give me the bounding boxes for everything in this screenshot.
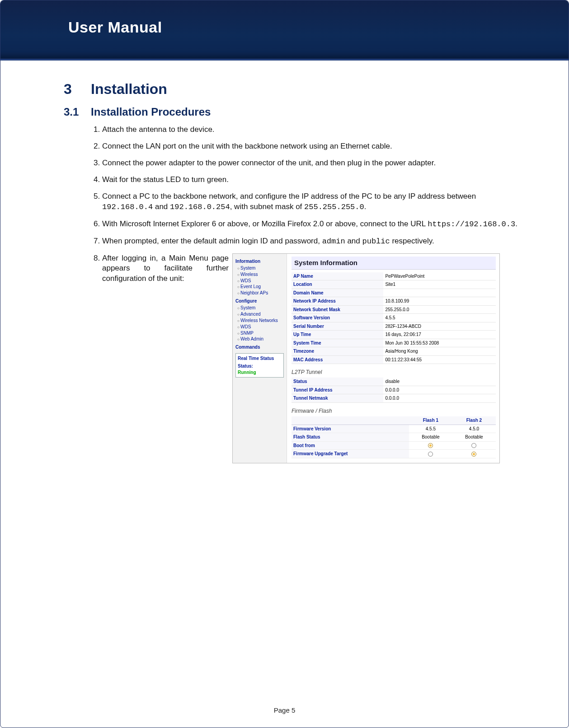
sys-val: 4.5.5	[383, 314, 496, 322]
sys-key: Network IP Address	[292, 297, 383, 306]
step-5-text-d: .	[364, 202, 367, 211]
step-7-user: admin	[322, 237, 345, 246]
l2tp-key: Status	[292, 378, 383, 386]
step-5-mask: 255.255.255.0	[304, 203, 364, 211]
panel-subhead-firmware: Firmware / Flash	[292, 407, 496, 415]
sidebar-item-system[interactable]: System	[237, 265, 284, 271]
table-row: Up Time16 days, 22:06:17	[292, 331, 496, 339]
sidebar-item-neighbor-aps[interactable]: Neighbor APs	[237, 290, 284, 296]
step-3: Connect the power adapter to the power c…	[102, 158, 519, 168]
step-7-pass: public	[362, 237, 390, 246]
step-7-text-b: and	[345, 237, 362, 245]
boot-from-flash1[interactable]	[409, 441, 452, 450]
sidebar-item-wds[interactable]: WDS	[237, 278, 284, 284]
step-8: After logging in, a Main Menu page appea…	[102, 253, 519, 463]
step-5-ip1: 192.168.0.4	[102, 203, 153, 211]
sys-key: Timezone	[292, 347, 383, 356]
step-4: Wait for the status LED to turn green.	[102, 175, 519, 185]
sys-val: 282F-1234-ABCD	[383, 322, 496, 331]
shot-main: System Information AP NamePePWavePolePoi…	[287, 254, 499, 463]
panel-title-system-information: System Information	[292, 257, 496, 270]
firmware-table: Flash 1 Flash 2 Firmware Version 4.5.5 4…	[292, 416, 496, 458]
boot-from-flash2[interactable]	[452, 441, 496, 450]
table-row: Boot from	[292, 441, 496, 450]
radio-icon	[428, 443, 433, 448]
document-page: User Manual 3Installation 3.1Installatio…	[0, 0, 569, 728]
subsection-title: Installation Procedures	[91, 106, 211, 118]
radio-icon	[428, 452, 433, 457]
upgrade-target-flash1[interactable]	[409, 450, 452, 458]
sys-val: Asia/Hong Kong	[383, 347, 496, 356]
sys-key: AP Name	[292, 272, 383, 280]
page-footer: Page 5	[0, 706, 569, 714]
table-row: Flash Status Bootable Bootable	[292, 433, 496, 442]
content-area: 3Installation 3.1Installation Procedures…	[0, 61, 569, 463]
fw-val-a: Bootable	[409, 433, 452, 442]
l2tp-val: 0.0.0.0	[383, 394, 496, 403]
l2tp-val: disable	[383, 378, 496, 386]
fw-header-flash2: Flash 2	[452, 416, 496, 425]
table-row: Tunnel Netmask0.0.0.0	[292, 394, 496, 403]
upgrade-target-flash2[interactable]	[452, 450, 496, 458]
doc-title: User Manual	[68, 19, 550, 36]
step-7-text-c: respectively.	[390, 237, 434, 245]
embedded-screenshot: Information System Wireless WDS Event Lo…	[232, 253, 500, 463]
table-row: Software Version4.5.5	[292, 314, 496, 322]
step-6-text-b: .	[515, 219, 517, 228]
sidebar-item-conf-wireless-networks[interactable]: Wireless Networks	[237, 317, 284, 324]
step-6: With Microsoft Internet Explorer 6 or ab…	[102, 219, 519, 230]
sidebar-item-wireless[interactable]: Wireless	[237, 271, 284, 278]
page-number: Page 5	[274, 706, 296, 714]
sys-val: PePWavePolePoint	[383, 272, 496, 280]
fw-val-b: 4.5.0	[452, 425, 496, 433]
table-row: MAC Address00:11:22:33:44:55	[292, 355, 496, 364]
realtime-title: Real Time Status	[238, 355, 282, 362]
table-row: Network Subnet Mask255.255.0.0	[292, 305, 496, 314]
side-head-information: Information	[235, 258, 284, 265]
fw-header-empty	[292, 416, 409, 425]
l2tp-key: Tunnel Netmask	[292, 394, 383, 403]
section-number: 3	[64, 81, 91, 98]
sys-val: 16 days, 22:06:17	[383, 331, 496, 339]
step-5: Connect a PC to the backbone network, an…	[102, 191, 519, 213]
table-row: AP NamePePWavePolePoint	[292, 272, 496, 280]
fw-val-b: Bootable	[452, 433, 496, 442]
step-1: Attach the antenna to the device.	[102, 125, 519, 135]
sidebar-item-conf-wds[interactable]: WDS	[237, 324, 284, 330]
sys-key: Domain Name	[292, 289, 383, 297]
sidebar-item-conf-web-admin[interactable]: Web Admin	[237, 336, 284, 342]
step-5-text-c: , with subnet mask of	[230, 202, 304, 211]
subsection-heading: 3.1Installation Procedures	[64, 106, 519, 118]
realtime-status-box: Real Time Status Status: Running	[235, 353, 284, 378]
side-head-commands: Commands	[235, 344, 284, 350]
step-8-text: After logging in, a Main Menu page appea…	[102, 253, 229, 285]
system-info-table: AP NamePePWavePolePoint LocationSite1 Do…	[292, 272, 496, 364]
sys-key: Serial Number	[292, 322, 383, 331]
sys-key: System Time	[292, 339, 383, 347]
realtime-status-value: Running	[238, 369, 282, 376]
sys-val: 10.8.100.99	[383, 297, 496, 306]
panel-subhead-l2tp: L2TP Tunnel	[292, 369, 496, 376]
table-row: Network IP Address10.8.100.99	[292, 297, 496, 306]
sys-val: Mon Jun 30 15:55:53 2008	[383, 339, 496, 347]
table-row: Firmware Upgrade Target	[292, 450, 496, 458]
sidebar-item-conf-snmp[interactable]: SNMP	[237, 330, 284, 336]
sys-key: Up Time	[292, 331, 383, 339]
header-banner: User Manual	[0, 0, 569, 61]
l2tp-table: Statusdisable Tunnel IP Address0.0.0.0 T…	[292, 378, 496, 403]
table-row: System TimeMon Jun 30 15:55:53 2008	[292, 339, 496, 347]
table-row: LocationSite1	[292, 280, 496, 289]
table-row: Statusdisable	[292, 378, 496, 386]
sys-val: 00:11:22:33:44:55	[383, 355, 496, 364]
section-title: Installation	[91, 81, 167, 97]
table-row: Tunnel IP Address0.0.0.0	[292, 386, 496, 394]
sidebar-item-event-log[interactable]: Event Log	[237, 284, 284, 290]
radio-icon	[471, 443, 476, 448]
sidebar-item-conf-advanced[interactable]: Advanced	[237, 311, 284, 317]
step-7: When prompted, enter the default admin l…	[102, 236, 519, 247]
sidebar-item-conf-system[interactable]: System	[237, 305, 284, 311]
sys-key: Network Subnet Mask	[292, 305, 383, 314]
table-row: TimezoneAsia/Hong Kong	[292, 347, 496, 356]
shot-sidebar: Information System Wireless WDS Event Lo…	[233, 254, 287, 463]
sys-key: Location	[292, 280, 383, 289]
